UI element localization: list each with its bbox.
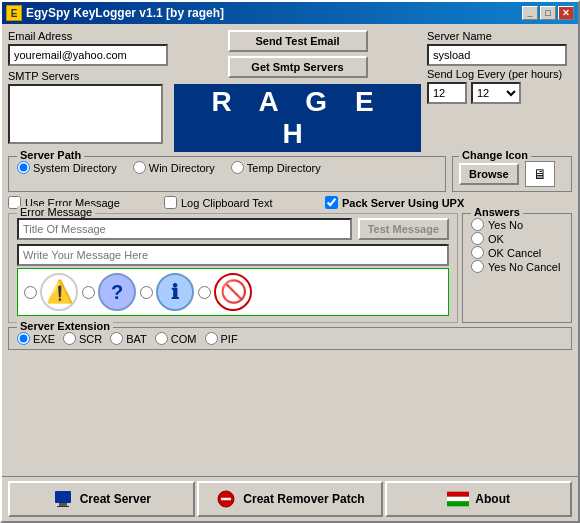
error-message-group: Error Message Test Message ⚠️ — [8, 213, 458, 323]
email-label: Email Adress — [8, 30, 168, 42]
browse-button[interactable]: Browse — [459, 163, 519, 185]
email-input[interactable] — [8, 44, 168, 66]
bat-radio[interactable] — [110, 332, 123, 345]
warning-icon-option[interactable]: ⚠️ — [24, 273, 78, 311]
smtp-textarea[interactable] — [8, 84, 163, 144]
info-icon: ℹ — [156, 273, 194, 311]
pif-option[interactable]: PIF — [205, 332, 238, 345]
get-smtp-servers-button[interactable]: Get Smtp Servers — [228, 56, 368, 78]
bat-option[interactable]: BAT — [110, 332, 147, 345]
svg-rect-7 — [447, 501, 469, 506]
create-remover-icon — [215, 488, 237, 510]
answer-ok-cancel-radio[interactable] — [471, 246, 484, 259]
icons-row: ⚠️ ? ℹ — [17, 268, 449, 316]
answer-ok[interactable]: OK — [471, 232, 563, 245]
warning-radio[interactable] — [24, 286, 37, 299]
answers-group: Answers Yes No OK OK Cancel Yes No Cance… — [462, 213, 572, 323]
write-message-input[interactable] — [17, 244, 449, 266]
title-bar: E EgySpy KeyLogger v1.1 [by rageh] _ □ ✕ — [2, 2, 578, 24]
smtp-group: SMTP Servers — [8, 70, 168, 144]
pack-server-option[interactable]: Pack Server Using UPX — [325, 196, 464, 209]
log-clipboard-option[interactable]: Log Clipboard Text — [164, 196, 319, 209]
title-of-message-input[interactable] — [17, 218, 352, 240]
minimize-button[interactable]: _ — [522, 6, 538, 20]
icon-preview: 🖥 — [525, 161, 555, 187]
about-icon — [447, 488, 469, 510]
scr-radio[interactable] — [63, 332, 76, 345]
right-col: Server Name Send Log Every (per hours) 1… — [427, 30, 572, 152]
title-buttons: _ □ ✕ — [522, 6, 574, 20]
email-group: Email Adress — [8, 30, 168, 66]
top-section: Email Adress SMTP Servers Send Test Emai… — [8, 30, 572, 152]
server-name-input[interactable] — [427, 44, 567, 66]
change-icon-group: Change Icon Browse 🖥 — [452, 156, 572, 192]
smtp-label: SMTP Servers — [8, 70, 168, 82]
svg-rect-0 — [55, 491, 71, 503]
pif-radio[interactable] — [205, 332, 218, 345]
system-directory-radio[interactable] — [17, 161, 30, 174]
main-content: Email Adress SMTP Servers Send Test Emai… — [2, 24, 578, 476]
svg-rect-5 — [447, 492, 469, 497]
window-title: EgySpy KeyLogger v1.1 [by rageh] — [26, 6, 224, 20]
win-directory-option[interactable]: Win Directory — [133, 161, 215, 174]
info-radio[interactable] — [140, 286, 153, 299]
question-icon: ? — [98, 273, 136, 311]
error-inputs: Test Message — [17, 218, 449, 266]
about-label: About — [475, 492, 510, 506]
extension-options: EXE SCR BAT COM PIF — [17, 332, 563, 345]
com-radio[interactable] — [155, 332, 168, 345]
scr-option[interactable]: SCR — [63, 332, 102, 345]
send-log-group: Send Log Every (per hours) 12 1 2 6 24 — [427, 68, 572, 104]
error-group-label: Error Message — [17, 206, 95, 218]
server-path-group: Server Path System Directory Win Directo… — [8, 156, 446, 192]
test-message-button[interactable]: Test Message — [358, 218, 449, 240]
question-icon-option[interactable]: ? — [82, 273, 136, 311]
svg-rect-1 — [59, 503, 67, 506]
send-test-email-button[interactable]: Send Test Email — [228, 30, 368, 52]
title-bar-left: E EgySpy KeyLogger v1.1 [by rageh] — [6, 5, 224, 21]
create-server-label: Creat Server — [80, 492, 151, 506]
create-remover-button[interactable]: Creat Remover Patch — [197, 481, 384, 517]
svg-rect-2 — [57, 506, 69, 507]
exe-radio[interactable] — [17, 332, 30, 345]
create-server-icon — [52, 488, 74, 510]
answer-ok-cancel[interactable]: OK Cancel — [471, 246, 563, 259]
answer-yes-no-cancel[interactable]: Yes No Cancel — [471, 260, 563, 273]
maximize-button[interactable]: □ — [540, 6, 556, 20]
exe-option[interactable]: EXE — [17, 332, 55, 345]
create-server-button[interactable]: Creat Server — [8, 481, 195, 517]
answer-yes-no-radio[interactable] — [471, 218, 484, 231]
question-radio[interactable] — [82, 286, 95, 299]
server-name-label: Server Name — [427, 30, 572, 42]
main-window: E EgySpy KeyLogger v1.1 [by rageh] _ □ ✕… — [0, 0, 580, 523]
pack-server-checkbox[interactable] — [325, 196, 338, 209]
svg-rect-6 — [447, 497, 469, 501]
answers-label: Answers — [471, 206, 523, 218]
send-log-select[interactable]: 12 1 2 6 24 — [471, 82, 521, 104]
info-icon-option[interactable]: ℹ — [140, 273, 194, 311]
answer-ok-radio[interactable] — [471, 232, 484, 245]
about-button[interactable]: About — [385, 481, 572, 517]
com-option[interactable]: COM — [155, 332, 197, 345]
log-clipboard-checkbox[interactable] — [164, 196, 177, 209]
error-icon-option[interactable]: 🚫 — [198, 273, 252, 311]
send-log-input[interactable] — [427, 82, 467, 104]
temp-directory-radio[interactable] — [231, 161, 244, 174]
email-smtp-col: Email Adress SMTP Servers — [8, 30, 168, 152]
win-directory-radio[interactable] — [133, 161, 146, 174]
system-directory-option[interactable]: System Directory — [17, 161, 117, 174]
server-name-group: Server Name — [427, 30, 572, 66]
server-path-row: Server Path System Directory Win Directo… — [8, 156, 572, 192]
answer-yes-no-cancel-radio[interactable] — [471, 260, 484, 273]
temp-directory-option[interactable]: Temp Directory — [231, 161, 321, 174]
error-icon: 🚫 — [214, 273, 252, 311]
error-radio[interactable] — [198, 286, 211, 299]
app-icon: E — [6, 5, 22, 21]
warning-icon: ⚠️ — [40, 273, 78, 311]
extension-label: Server Extension — [17, 320, 113, 332]
answer-yes-no[interactable]: Yes No — [471, 218, 563, 231]
middle-section: Error Message Test Message ⚠️ — [8, 213, 572, 323]
create-remover-label: Creat Remover Patch — [243, 492, 364, 506]
close-button[interactable]: ✕ — [558, 6, 574, 20]
send-log-label: Send Log Every (per hours) — [427, 68, 572, 80]
